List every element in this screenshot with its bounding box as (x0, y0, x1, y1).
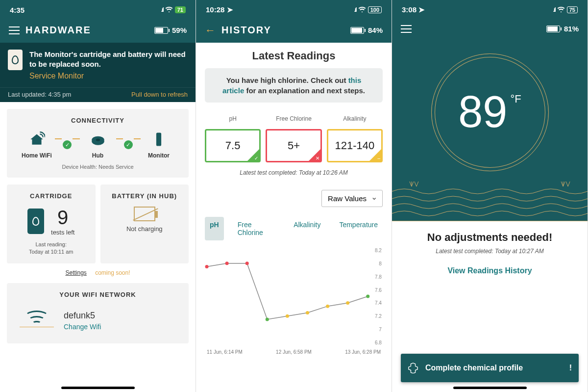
reading-alkalinity[interactable]: Alkalinity 121-140 – (327, 111, 383, 162)
battery-pill: 71 (175, 6, 186, 13)
battery-pill: 75 (567, 6, 578, 13)
wifi-icon (165, 6, 173, 14)
conn-hub[interactable]: Hub (81, 131, 115, 159)
temp-value: 89 (458, 87, 507, 137)
svg-text:7: 7 (379, 327, 382, 332)
check-icon: ✓ (254, 156, 258, 161)
ph-chart[interactable]: 6.877.27.47.67.888.2 11 Jun, 6:14 PM 12 … (205, 247, 383, 362)
change-wifi-link[interactable]: Change Wifi (64, 323, 101, 331)
latest-timestamp: Latest test completed: Today at 10:26 AM (205, 169, 383, 176)
svg-text:7.4: 7.4 (375, 300, 382, 306)
tab-alkalinity[interactable]: Alkalinity (289, 217, 325, 240)
svg-point-12 (205, 265, 209, 268)
app-header: HISTORY 84% (196, 20, 392, 43)
location-icon: ➤ (418, 5, 425, 14)
svg-text:7.2: 7.2 (375, 314, 382, 319)
menu-icon[interactable] (9, 26, 20, 34)
svg-point-13 (225, 261, 229, 265)
waves-decoration (392, 182, 588, 221)
latest-readings-title: Latest Readings (205, 50, 383, 62)
refresh-bar[interactable]: Last updated: 4:35 pm Pull down to refre… (0, 87, 196, 102)
x-icon: ✕ (316, 156, 319, 161)
alert-message: You have high chlorine. Check out this a… (205, 68, 383, 103)
conn-home-wifi[interactable]: Home WiFi (20, 131, 54, 159)
status-title: No adjustments needed! (402, 231, 578, 244)
status-time: 10:28 (206, 5, 224, 14)
temp-unit: °F (510, 93, 521, 105)
status-right: .ıl 100 (354, 6, 382, 14)
reading-ph[interactable]: pH 7.5 ✓ (205, 111, 261, 162)
status-right: .ıl 75 (553, 6, 578, 14)
chart-tabs: pH Free Chlorine Alkalinity Temperature (205, 217, 383, 240)
alert-banner[interactable]: The Monitor's cartridge and battery will… (0, 43, 196, 87)
tab-ph[interactable]: pH (205, 217, 224, 240)
status-bar: 4:35 .ıl 71 (0, 0, 196, 20)
status-bar: 10:28 ➤ .ıl 100 (196, 0, 392, 20)
wifi-icon (557, 6, 565, 14)
latest-timestamp: Latest test completed: Today at 10:27 AM (402, 248, 578, 255)
header-battery: 81% (546, 25, 579, 33)
header-battery: 59% (154, 26, 187, 34)
reading-chlorine[interactable]: Free Chlorine 5+ ✕ (266, 111, 321, 162)
svg-point-14 (245, 261, 249, 265)
view-history-link[interactable]: View Readings History (402, 266, 578, 275)
pull-refresh-hint: Pull down to refresh (131, 91, 188, 98)
wifi-signal-icon (20, 308, 54, 333)
hub-icon (90, 131, 106, 149)
alert-icon: ! (569, 364, 572, 372)
tests-left-count: 9 (51, 207, 74, 229)
menu-icon[interactable] (401, 25, 412, 33)
svg-point-16 (286, 314, 289, 318)
panel-hardware: 4:35 .ıl 71 HARDWARE 59% The Monitor's c… (0, 0, 196, 392)
panel-history: 10:28 ➤ .ıl 100 HISTORY 84% Latest Readi… (196, 0, 392, 392)
home-indicator[interactable] (453, 387, 527, 389)
status-time: 3:08 (402, 5, 416, 14)
tab-temperature[interactable]: Temperature (334, 217, 383, 240)
alert-text: The Monitor's cartridge and battery will… (29, 50, 188, 70)
molecule-icon (408, 363, 418, 373)
last-updated: Last updated: 4:35 pm (8, 91, 71, 98)
svg-point-20 (366, 295, 369, 298)
app-header: HARDWARE 59% (0, 20, 196, 43)
battery-icon (546, 26, 560, 32)
wifi-card: YOUR WIFI NETWORK defunk5 Change Wifi (7, 283, 189, 343)
complete-profile-button[interactable]: Complete chemical profile ! (401, 354, 579, 382)
svg-point-15 (266, 318, 269, 321)
values-select[interactable]: Raw Values (321, 190, 383, 207)
back-icon[interactable] (205, 26, 216, 34)
header-battery: 84% (350, 26, 383, 34)
settings-row: Settings coming soon! (0, 269, 196, 276)
monitor-device-icon (150, 131, 167, 149)
not-charging-icon (134, 207, 155, 221)
battery-card: BATTERY (IN HUB) Not charging (100, 184, 189, 264)
home-indicator[interactable] (61, 387, 135, 389)
svg-text:6.8: 6.8 (375, 340, 382, 345)
cartridge-card: CARTRIDGE 9 tests left Last reading: Tod… (7, 184, 96, 264)
page-title: HARDWARE (25, 25, 91, 36)
connectivity-card: CONNECTIVITY Home WiFi ✓ Hub ✓ (7, 109, 189, 178)
svg-point-17 (306, 311, 309, 314)
location-icon: ➤ (227, 5, 233, 14)
home-icon (28, 131, 45, 149)
tab-chlorine[interactable]: Free Chlorine (233, 217, 280, 240)
temp-ring: 89 °F (431, 53, 549, 171)
monitor-icon (8, 50, 23, 70)
svg-text:7.8: 7.8 (375, 274, 382, 280)
temperature-hero: 89 °F (392, 40, 588, 221)
service-monitor-link[interactable]: Service Monitor (29, 72, 188, 80)
check-icon: ✓ (124, 140, 133, 149)
settings-link[interactable]: Settings (65, 269, 86, 276)
signal-icon: .ıl (161, 6, 163, 13)
coming-soon: coming soon! (95, 269, 130, 276)
status-time: 4:35 (10, 6, 24, 14)
battery-status: Not charging (108, 225, 181, 233)
svg-point-18 (326, 305, 329, 308)
svg-point-19 (346, 301, 349, 305)
panel-dashboard: 3:08 ➤ .ıl 75 81% 89 °F (392, 0, 588, 392)
signal-icon: .ıl (553, 6, 555, 13)
conn-monitor[interactable]: Monitor (142, 131, 176, 159)
status-right: .ıl 71 (161, 6, 186, 14)
dash-icon: – (377, 156, 380, 161)
battery-pill: 100 (368, 6, 382, 13)
battery-icon (350, 27, 364, 34)
